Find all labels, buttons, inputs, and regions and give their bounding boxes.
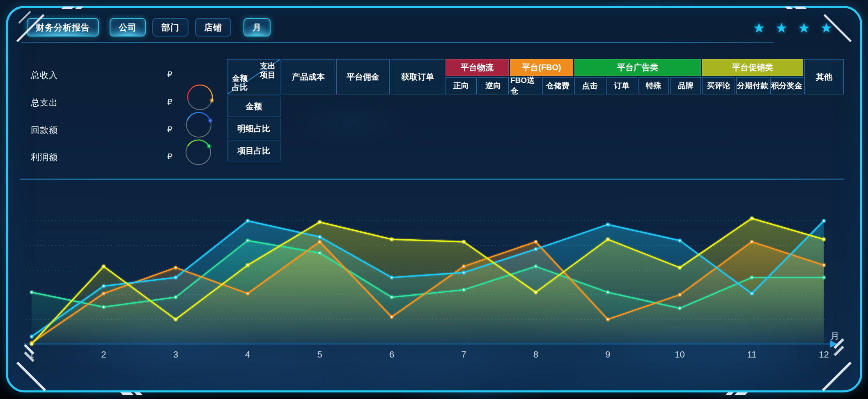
subcol-order: 订单	[606, 77, 637, 94]
row-detail-share[interactable]: 明细占比	[227, 118, 280, 139]
svg-text:4: 4	[245, 349, 250, 360]
stat-total-revenue-currency: ₽	[167, 69, 172, 79]
subcol-brand: 品牌	[670, 77, 701, 94]
row-amount[interactable]: 金额	[227, 96, 280, 117]
tab-month[interactable]: 月	[243, 18, 271, 37]
subcol-special: 特殊	[638, 77, 669, 94]
header: 财务分析报告 公司 部门 店铺 月	[27, 18, 271, 37]
subcol-forward: 正向	[445, 77, 477, 94]
stat-profit-currency: ₽	[167, 151, 172, 161]
svg-text:2: 2	[101, 349, 106, 360]
monthly-trend-chart: 123456789101112月	[8, 196, 845, 375]
svg-text:6: 6	[389, 349, 394, 360]
header-divider	[21, 42, 774, 43]
corner-top-label: 支出项目	[258, 62, 277, 80]
subcol-reverse: 逆向	[478, 77, 509, 94]
corner-bottom-label: 金额占比	[230, 74, 249, 92]
star-icon[interactable]: ★	[776, 20, 788, 36]
row-item-share[interactable]: 项目占比	[227, 140, 280, 161]
group-platform-promotion: 平台促销类 买评论 分期付款 积分奖金	[702, 59, 803, 94]
stat-payment-received-currency: ₽	[167, 124, 172, 134]
corner-slash-icon	[120, 392, 133, 395]
expense-ring	[186, 83, 214, 112]
star-icon[interactable]: ★	[753, 20, 765, 36]
col-other: 其他	[804, 59, 844, 94]
svg-text:5: 5	[317, 349, 322, 360]
tab-department[interactable]: 部门	[152, 18, 188, 37]
col-product-cost: 产品成本	[282, 59, 335, 94]
stat-profit-label: 利润额	[31, 151, 58, 163]
group-platform-fbo-header: 平台(FBO)	[510, 59, 573, 76]
subcol-fbo-delivery: FBO送仓	[510, 77, 541, 94]
subcol-points-bonus: 积分奖金	[770, 77, 803, 94]
group-platform-promotion-header: 平台促销类	[702, 59, 803, 76]
profit-ring	[184, 138, 213, 167]
tab-company[interactable]: 公司	[110, 18, 146, 37]
stat-total-expense-label: 总支出	[31, 97, 58, 108]
section-divider	[20, 179, 844, 180]
subcol-installment: 分期付款	[736, 77, 769, 94]
group-platform-fbo: 平台(FBO) FBO送仓 仓储费	[510, 59, 573, 94]
svg-text:9: 9	[605, 349, 610, 360]
group-platform-logistics: 平台物流 正向 逆向	[445, 59, 509, 94]
svg-text:8: 8	[533, 349, 538, 360]
svg-text:11: 11	[747, 349, 757, 360]
tab-store[interactable]: 店铺	[195, 18, 231, 37]
group-platform-logistics-header: 平台物流	[445, 59, 509, 76]
col-get-orders: 获取订单	[391, 59, 444, 94]
col-platform-commission: 平台佣金	[336, 59, 390, 94]
rating-stars: ★ ★ ★ ★	[753, 20, 832, 36]
expense-table-header: 支出项目 金额占比 产品成本 平台佣金 获取订单 平台物流 正向 逆向 平台(F…	[227, 59, 844, 94]
subcol-buy-reviews: 买评论	[702, 77, 735, 94]
corner-slash-icon	[794, 7, 807, 9]
stat-payment-received-label: 回款额	[31, 124, 58, 136]
svg-text:3: 3	[173, 349, 178, 360]
group-platform-ads: 平台广告类 点击 订单 特殊 品牌	[574, 59, 701, 94]
svg-text:10: 10	[675, 349, 684, 360]
group-platform-ads-header: 平台广告类	[574, 59, 701, 76]
subcol-click: 点击	[574, 77, 605, 94]
dashboard-panel: 财务分析报告 公司 部门 店铺 月 ★ ★ ★ ★ 总收入 ₽ 总支出 ₽ 回款…	[6, 6, 862, 392]
expense-table-row-labels: 金额 明细占比 项目占比	[227, 96, 280, 161]
svg-text:月: 月	[830, 330, 840, 341]
svg-text:12: 12	[819, 349, 829, 360]
svg-text:7: 7	[461, 349, 466, 360]
table-corner-cell: 支出项目 金额占比	[227, 59, 280, 94]
star-icon[interactable]: ★	[798, 20, 810, 36]
subcol-storage-fee: 仓储费	[542, 77, 574, 94]
stat-total-expense-currency: ₽	[167, 97, 172, 107]
stat-total-revenue-label: 总收入	[31, 69, 58, 81]
expense-table: 支出项目 金额占比 产品成本 平台佣金 获取订单 平台物流 正向 逆向 平台(F…	[227, 59, 844, 161]
payment-ring	[184, 110, 213, 139]
